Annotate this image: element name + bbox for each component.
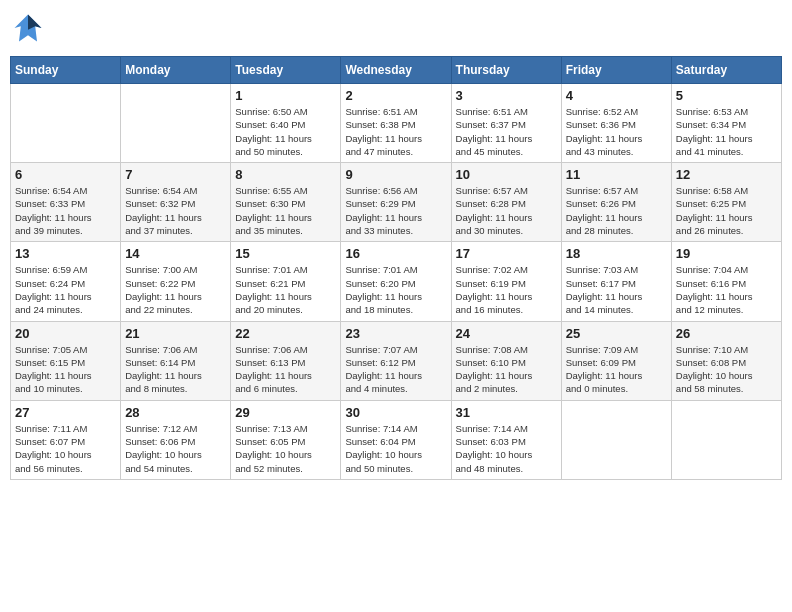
day-info: Sunrise: 7:14 AM Sunset: 6:04 PM Dayligh…: [345, 422, 446, 475]
calendar-cell: 21Sunrise: 7:06 AM Sunset: 6:14 PM Dayli…: [121, 321, 231, 400]
calendar-cell: 17Sunrise: 7:02 AM Sunset: 6:19 PM Dayli…: [451, 242, 561, 321]
day-info: Sunrise: 6:57 AM Sunset: 6:26 PM Dayligh…: [566, 184, 667, 237]
day-number: 25: [566, 326, 667, 341]
day-info: Sunrise: 6:55 AM Sunset: 6:30 PM Dayligh…: [235, 184, 336, 237]
day-number: 18: [566, 246, 667, 261]
calendar-cell: 12Sunrise: 6:58 AM Sunset: 6:25 PM Dayli…: [671, 163, 781, 242]
day-info: Sunrise: 6:50 AM Sunset: 6:40 PM Dayligh…: [235, 105, 336, 158]
day-number: 4: [566, 88, 667, 103]
weekday-header-wednesday: Wednesday: [341, 57, 451, 84]
week-row-3: 13Sunrise: 6:59 AM Sunset: 6:24 PM Dayli…: [11, 242, 782, 321]
day-info: Sunrise: 7:04 AM Sunset: 6:16 PM Dayligh…: [676, 263, 777, 316]
calendar-cell: 7Sunrise: 6:54 AM Sunset: 6:32 PM Daylig…: [121, 163, 231, 242]
calendar-cell: [11, 84, 121, 163]
day-info: Sunrise: 6:51 AM Sunset: 6:38 PM Dayligh…: [345, 105, 446, 158]
day-info: Sunrise: 7:01 AM Sunset: 6:21 PM Dayligh…: [235, 263, 336, 316]
day-info: Sunrise: 6:54 AM Sunset: 6:33 PM Dayligh…: [15, 184, 116, 237]
calendar-cell: 19Sunrise: 7:04 AM Sunset: 6:16 PM Dayli…: [671, 242, 781, 321]
day-info: Sunrise: 6:58 AM Sunset: 6:25 PM Dayligh…: [676, 184, 777, 237]
weekday-header-monday: Monday: [121, 57, 231, 84]
calendar-cell: 13Sunrise: 6:59 AM Sunset: 6:24 PM Dayli…: [11, 242, 121, 321]
calendar-cell: 25Sunrise: 7:09 AM Sunset: 6:09 PM Dayli…: [561, 321, 671, 400]
calendar-cell: [121, 84, 231, 163]
calendar-cell: 30Sunrise: 7:14 AM Sunset: 6:04 PM Dayli…: [341, 400, 451, 479]
weekday-header-friday: Friday: [561, 57, 671, 84]
day-number: 28: [125, 405, 226, 420]
day-info: Sunrise: 7:11 AM Sunset: 6:07 PM Dayligh…: [15, 422, 116, 475]
calendar-cell: 31Sunrise: 7:14 AM Sunset: 6:03 PM Dayli…: [451, 400, 561, 479]
calendar-cell: 16Sunrise: 7:01 AM Sunset: 6:20 PM Dayli…: [341, 242, 451, 321]
day-info: Sunrise: 7:06 AM Sunset: 6:14 PM Dayligh…: [125, 343, 226, 396]
day-number: 26: [676, 326, 777, 341]
logo: [10, 10, 48, 46]
day-info: Sunrise: 7:14 AM Sunset: 6:03 PM Dayligh…: [456, 422, 557, 475]
calendar-cell: 8Sunrise: 6:55 AM Sunset: 6:30 PM Daylig…: [231, 163, 341, 242]
calendar-cell: [671, 400, 781, 479]
calendar-cell: 3Sunrise: 6:51 AM Sunset: 6:37 PM Daylig…: [451, 84, 561, 163]
week-row-1: 1Sunrise: 6:50 AM Sunset: 6:40 PM Daylig…: [11, 84, 782, 163]
calendar-cell: 24Sunrise: 7:08 AM Sunset: 6:10 PM Dayli…: [451, 321, 561, 400]
calendar-cell: 23Sunrise: 7:07 AM Sunset: 6:12 PM Dayli…: [341, 321, 451, 400]
day-info: Sunrise: 6:51 AM Sunset: 6:37 PM Dayligh…: [456, 105, 557, 158]
calendar-cell: 2Sunrise: 6:51 AM Sunset: 6:38 PM Daylig…: [341, 84, 451, 163]
calendar-cell: 1Sunrise: 6:50 AM Sunset: 6:40 PM Daylig…: [231, 84, 341, 163]
logo-icon: [10, 10, 46, 46]
calendar-cell: 18Sunrise: 7:03 AM Sunset: 6:17 PM Dayli…: [561, 242, 671, 321]
day-number: 21: [125, 326, 226, 341]
calendar-cell: 14Sunrise: 7:00 AM Sunset: 6:22 PM Dayli…: [121, 242, 231, 321]
day-info: Sunrise: 7:01 AM Sunset: 6:20 PM Dayligh…: [345, 263, 446, 316]
day-info: Sunrise: 7:09 AM Sunset: 6:09 PM Dayligh…: [566, 343, 667, 396]
day-number: 14: [125, 246, 226, 261]
page-header: [10, 10, 782, 46]
weekday-header-saturday: Saturday: [671, 57, 781, 84]
day-number: 11: [566, 167, 667, 182]
day-info: Sunrise: 7:06 AM Sunset: 6:13 PM Dayligh…: [235, 343, 336, 396]
day-number: 29: [235, 405, 336, 420]
day-info: Sunrise: 6:54 AM Sunset: 6:32 PM Dayligh…: [125, 184, 226, 237]
day-number: 12: [676, 167, 777, 182]
day-number: 23: [345, 326, 446, 341]
calendar-cell: 6Sunrise: 6:54 AM Sunset: 6:33 PM Daylig…: [11, 163, 121, 242]
day-number: 10: [456, 167, 557, 182]
day-info: Sunrise: 7:08 AM Sunset: 6:10 PM Dayligh…: [456, 343, 557, 396]
weekday-header-row: SundayMondayTuesdayWednesdayThursdayFrid…: [11, 57, 782, 84]
day-number: 17: [456, 246, 557, 261]
week-row-2: 6Sunrise: 6:54 AM Sunset: 6:33 PM Daylig…: [11, 163, 782, 242]
day-info: Sunrise: 6:56 AM Sunset: 6:29 PM Dayligh…: [345, 184, 446, 237]
weekday-header-tuesday: Tuesday: [231, 57, 341, 84]
day-info: Sunrise: 6:57 AM Sunset: 6:28 PM Dayligh…: [456, 184, 557, 237]
day-number: 7: [125, 167, 226, 182]
day-info: Sunrise: 7:10 AM Sunset: 6:08 PM Dayligh…: [676, 343, 777, 396]
day-number: 19: [676, 246, 777, 261]
weekday-header-thursday: Thursday: [451, 57, 561, 84]
day-number: 15: [235, 246, 336, 261]
day-number: 27: [15, 405, 116, 420]
day-number: 16: [345, 246, 446, 261]
day-number: 6: [15, 167, 116, 182]
day-number: 2: [345, 88, 446, 103]
day-number: 5: [676, 88, 777, 103]
weekday-header-sunday: Sunday: [11, 57, 121, 84]
day-number: 30: [345, 405, 446, 420]
week-row-4: 20Sunrise: 7:05 AM Sunset: 6:15 PM Dayli…: [11, 321, 782, 400]
calendar-cell: 9Sunrise: 6:56 AM Sunset: 6:29 PM Daylig…: [341, 163, 451, 242]
calendar-cell: 29Sunrise: 7:13 AM Sunset: 6:05 PM Dayli…: [231, 400, 341, 479]
calendar-header: SundayMondayTuesdayWednesdayThursdayFrid…: [11, 57, 782, 84]
day-info: Sunrise: 6:53 AM Sunset: 6:34 PM Dayligh…: [676, 105, 777, 158]
day-number: 24: [456, 326, 557, 341]
day-number: 20: [15, 326, 116, 341]
calendar-cell: 5Sunrise: 6:53 AM Sunset: 6:34 PM Daylig…: [671, 84, 781, 163]
day-number: 8: [235, 167, 336, 182]
day-number: 22: [235, 326, 336, 341]
day-info: Sunrise: 7:07 AM Sunset: 6:12 PM Dayligh…: [345, 343, 446, 396]
calendar-cell: 22Sunrise: 7:06 AM Sunset: 6:13 PM Dayli…: [231, 321, 341, 400]
calendar-cell: 20Sunrise: 7:05 AM Sunset: 6:15 PM Dayli…: [11, 321, 121, 400]
week-row-5: 27Sunrise: 7:11 AM Sunset: 6:07 PM Dayli…: [11, 400, 782, 479]
day-info: Sunrise: 7:12 AM Sunset: 6:06 PM Dayligh…: [125, 422, 226, 475]
day-info: Sunrise: 6:52 AM Sunset: 6:36 PM Dayligh…: [566, 105, 667, 158]
day-number: 1: [235, 88, 336, 103]
calendar-table: SundayMondayTuesdayWednesdayThursdayFrid…: [10, 56, 782, 480]
day-info: Sunrise: 7:13 AM Sunset: 6:05 PM Dayligh…: [235, 422, 336, 475]
day-number: 3: [456, 88, 557, 103]
day-info: Sunrise: 6:59 AM Sunset: 6:24 PM Dayligh…: [15, 263, 116, 316]
